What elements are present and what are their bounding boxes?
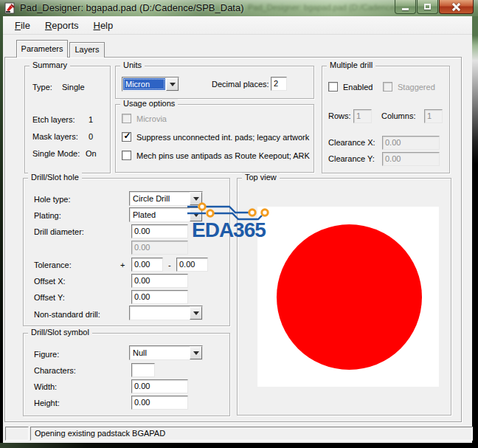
usage-options-group: Usage options Microvia ✓ Suppress unconn… bbox=[115, 104, 314, 173]
clearance-x-label: Clearance X: bbox=[328, 138, 375, 147]
mask-layers-label: Mask layers: bbox=[32, 132, 78, 141]
maximize-button[interactable] bbox=[417, 0, 438, 14]
mech-pins-checkbox[interactable] bbox=[122, 151, 131, 160]
hole-type-select[interactable]: Circle Drill bbox=[129, 191, 203, 206]
mask-layers-value: 0 bbox=[89, 132, 93, 141]
rows-label: Rows: bbox=[328, 111, 351, 120]
summary-group-title: Summary bbox=[30, 61, 70, 69]
plating-value: Plated bbox=[131, 209, 189, 221]
units-group: Units Micron Decimal places: 2 bbox=[115, 66, 314, 99]
drill-diameter-secondary-input: 0.00 bbox=[131, 241, 188, 255]
columns-input: 1 bbox=[424, 109, 443, 123]
mech-pins-label: Mech pins use antipads as Route Keepout;… bbox=[136, 151, 310, 160]
hole-type-value: Circle Drill bbox=[131, 193, 189, 204]
plating-label: Plating: bbox=[34, 211, 61, 220]
menu-file[interactable]: File bbox=[9, 18, 36, 32]
height-label: Height: bbox=[34, 399, 60, 407]
type-label: Type: bbox=[32, 83, 52, 92]
width-input[interactable]: 0.00 bbox=[131, 379, 188, 393]
units-select[interactable]: Micron bbox=[122, 77, 179, 92]
drill-diameter-label: Drill diameter: bbox=[34, 227, 84, 236]
pad-designer-window: Pad_Designer: bgapad.pad (D:/Cadence/SPB… bbox=[0, 0, 478, 448]
figure-value: Null bbox=[131, 347, 189, 359]
client-area: File Reports Help Parameters Layers Summ… bbox=[3, 16, 472, 443]
drill-slot-hole-group-title: Drill/Slot hole bbox=[28, 173, 82, 182]
window-border-bottom bbox=[0, 443, 478, 448]
figure-select[interactable]: Null bbox=[129, 345, 203, 360]
drill-diameter-input[interactable]: 0.00 bbox=[131, 224, 188, 238]
hole-type-dropdown-arrow-icon[interactable] bbox=[190, 192, 202, 205]
units-dropdown-arrow-icon[interactable] bbox=[166, 77, 179, 91]
non-standard-drill-select[interactable] bbox=[129, 306, 203, 320]
menu-help[interactable]: Help bbox=[88, 18, 119, 32]
close-icon bbox=[452, 3, 460, 11]
window-title: Pad_Designer: bgapad.pad (D:/Cadence/SPB… bbox=[20, 2, 244, 13]
tolerance-minus-sign: - bbox=[168, 261, 171, 269]
decimal-places-label: Decimal places: bbox=[212, 80, 269, 89]
hole-type-label: Hole type: bbox=[34, 195, 71, 204]
etch-layers-value: 1 bbox=[89, 115, 93, 124]
microvia-checkbox bbox=[122, 114, 131, 123]
offset-y-label: Offset Y: bbox=[34, 293, 65, 302]
non-standard-drill-value bbox=[131, 307, 189, 319]
width-label: Width: bbox=[34, 382, 57, 391]
tab-layers[interactable]: Layers bbox=[69, 42, 105, 58]
check-icon: ✓ bbox=[122, 132, 132, 139]
usage-options-group-title: Usage options bbox=[120, 99, 178, 108]
staggered-checkbox bbox=[383, 82, 392, 92]
drill-slot-symbol-group: Drill/Slot symbol Figure: Null Character… bbox=[23, 333, 230, 416]
minimize-icon bbox=[402, 8, 409, 10]
app-icon bbox=[4, 2, 16, 14]
drill-slot-symbol-group-title: Drill/Slot symbol bbox=[28, 328, 92, 337]
window-border-right bbox=[472, 16, 478, 443]
etch-layers-label: Etch layers: bbox=[32, 115, 75, 124]
drill-slot-hole-group: Drill/Slot hole Hole type: Circle Drill … bbox=[23, 178, 230, 326]
window-controls bbox=[394, 0, 474, 14]
close-button[interactable] bbox=[439, 0, 474, 14]
decimal-places-input[interactable]: 2 bbox=[271, 77, 287, 91]
offset-x-label: Offset X: bbox=[34, 277, 66, 286]
enabled-label: Enabled bbox=[343, 83, 373, 92]
menu-reports[interactable]: Reports bbox=[39, 18, 85, 32]
non-standard-drill-dropdown-arrow-icon[interactable] bbox=[190, 306, 202, 320]
height-input[interactable]: 0.00 bbox=[131, 396, 188, 410]
minimize-button[interactable] bbox=[395, 0, 416, 14]
plating-dropdown-arrow-icon[interactable] bbox=[190, 208, 202, 221]
clearance-y-label: Clearance Y: bbox=[328, 154, 375, 163]
multiple-drill-group-title: Multiple drill bbox=[327, 61, 375, 69]
top-view-group-title: Top view bbox=[242, 173, 280, 182]
characters-label: Characters: bbox=[34, 366, 76, 375]
tolerance-plus-sign: + bbox=[120, 261, 125, 269]
offset-y-input[interactable]: 0.00 bbox=[131, 290, 188, 304]
units-group-title: Units bbox=[120, 61, 145, 69]
single-mode-label: Single Mode: bbox=[32, 149, 80, 158]
tolerance-plus-input[interactable]: 0.00 bbox=[131, 258, 163, 272]
maximize-icon bbox=[424, 4, 431, 10]
summary-group: Summary Type: Single Etch layers: 1 Mask… bbox=[24, 66, 111, 173]
single-mode-value: On bbox=[86, 149, 97, 158]
status-message: Opening existing padstack BGAPAD bbox=[30, 427, 473, 441]
suppress-unconnected-checkbox[interactable]: ✓ bbox=[122, 132, 131, 142]
characters-input[interactable] bbox=[131, 363, 155, 377]
tolerance-minus-input[interactable]: 0.00 bbox=[176, 258, 208, 272]
tolerance-label: Tolerance: bbox=[34, 261, 72, 269]
figure-label: Figure: bbox=[34, 350, 59, 359]
multiple-drill-group: Multiple drill Enabled Staggered Rows: 1… bbox=[322, 66, 450, 173]
tab-parameters[interactable]: Parameters bbox=[16, 40, 68, 58]
offset-x-input[interactable]: 0.00 bbox=[131, 274, 188, 288]
status-grip-cell bbox=[5, 427, 29, 441]
staggered-label: Staggered bbox=[398, 83, 435, 92]
pad-circle bbox=[277, 224, 422, 370]
enabled-checkbox[interactable] bbox=[328, 82, 338, 92]
top-view-canvas bbox=[257, 207, 439, 387]
titlebar[interactable]: Pad_Designer: bgapad.pad (D:/Cadence/SPB… bbox=[0, 0, 478, 16]
microvia-label: Microvia bbox=[136, 114, 167, 123]
figure-dropdown-arrow-icon[interactable] bbox=[190, 346, 202, 359]
parameters-panel: Summary Type: Single Etch layers: 1 Mask… bbox=[4, 57, 462, 422]
units-selected-value: Micron bbox=[123, 78, 165, 90]
clearance-x-input: 0.00 bbox=[382, 136, 440, 150]
non-standard-drill-label: Non-standard drill: bbox=[34, 310, 100, 319]
plating-select[interactable]: Plated bbox=[129, 207, 203, 222]
top-view-group: Top view bbox=[237, 178, 451, 416]
menubar: File Reports Help bbox=[3, 16, 472, 35]
